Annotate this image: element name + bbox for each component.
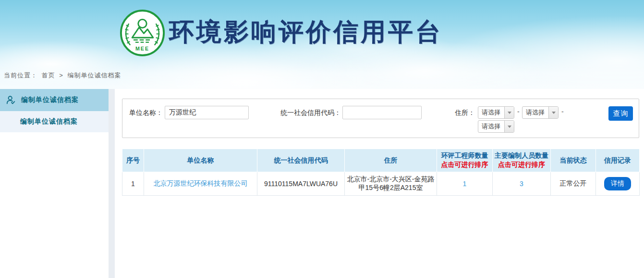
detail-button[interactable]: 详情 [604,177,631,190]
address-dash-2: - [561,108,564,115]
sidebar-item-credit-archive[interactable]: 编制单位诚信档案 [0,89,109,111]
city-select-value: 请选择 [522,107,548,118]
district-select-value: 请选择 [478,121,504,132]
sort-hint[interactable]: 点击可进行排序 [494,161,549,169]
col-header-staff-count-label: 主要编制人员数量 [495,152,548,159]
page-title: 环境影响评价信用平台 [169,15,443,49]
address-label: 住所： [453,106,475,119]
unit-name-input[interactable] [165,106,249,119]
col-header-credit-record: 信用记录 [596,149,640,172]
sidebar-item-label: 编制单位诚信档案 [21,96,79,104]
city-select[interactable]: 请选择 [522,106,559,119]
breadcrumb: 当前位置： 首页 > 编制单位诚信档案 [4,71,123,80]
cell-address: 北京市-北京市-大兴区-金苑路甲15号6幢2层A215室 [345,172,437,196]
sidebar: 编制单位诚信档案 编制单位诚信档案 [0,89,109,278]
cell-credit-code: 91110115MA7LWUA76U [257,172,345,196]
page-body: 编制单位诚信档案 编制单位诚信档案 单位名称： 统一社会信用代码： 住所： 请选… [0,89,644,278]
address-dash-1: - [517,108,520,115]
unit-name-label: 单位名称： [128,106,163,119]
col-header-unit-name: 单位名称 [144,149,257,172]
search-form: 单位名称： 统一社会信用代码： 住所： 请选择 - 请选择 - 请选择 查询 [122,99,639,138]
breadcrumb-label: 当前位置： [4,72,37,79]
sort-hint[interactable]: 点击可进行排序 [438,161,491,169]
table-row: 1 北京万源世纪环保科技有限公司 91110115MA7LWUA76U 北京市-… [122,172,640,196]
chevron-down-icon[interactable] [504,121,514,132]
mee-logo-icon: MEE [119,10,166,56]
staff-count-link[interactable]: 3 [520,180,523,188]
breadcrumb-current: 编制单位诚信档案 [67,72,121,79]
credit-code-label: 统一社会信用代码： [276,106,341,119]
breadcrumb-separator: > [59,72,63,79]
cell-index: 1 [122,172,144,196]
query-button[interactable]: 查询 [608,106,633,121]
breadcrumb-home-link[interactable]: 首页 [42,72,55,79]
engineer-count-link[interactable]: 1 [463,180,467,188]
col-header-engineer-count-label: 环评工程师数量 [441,152,488,159]
sidebar-divider [109,89,115,278]
sidebar-subitem-credit-archive[interactable]: 编制单位诚信档案 [0,111,109,132]
sidebar-subitem-label: 编制单位诚信档案 [20,117,78,126]
chevron-down-icon[interactable] [504,107,514,118]
table-header-row: 序号 单位名称 统一社会信用代码 住所 环评工程师数量 点击可进行排序 主要编制… [122,149,640,172]
province-select-value: 请选择 [478,107,504,118]
col-header-status: 当前状态 [551,149,596,172]
results-table: 序号 单位名称 统一社会信用代码 住所 环评工程师数量 点击可进行排序 主要编制… [122,149,640,196]
col-header-staff-count-sortable[interactable]: 主要编制人员数量 点击可进行排序 [493,149,551,172]
credit-code-input[interactable] [342,106,422,119]
logo-text: MEE [135,46,149,51]
site-header: MEE 环境影响评价信用平台 当前位置： 首页 > 编制单位诚信档案 [0,0,644,89]
cell-status: 正常公开 [551,172,596,196]
col-header-credit-code: 统一社会信用代码 [257,149,345,172]
col-header-address: 住所 [345,149,437,172]
col-header-engineer-count-sortable[interactable]: 环评工程师数量 点击可进行排序 [437,149,493,172]
main-content: 单位名称： 统一社会信用代码： 住所： 请选择 - 请选择 - 请选择 查询 [115,89,644,278]
user-check-icon [6,95,16,105]
unit-name-link[interactable]: 北京万源世纪环保科技有限公司 [154,179,248,187]
district-select[interactable]: 请选择 [478,120,514,133]
col-header-index: 序号 [122,149,144,172]
province-select[interactable]: 请选择 [478,106,514,119]
chevron-down-icon[interactable] [548,107,558,118]
